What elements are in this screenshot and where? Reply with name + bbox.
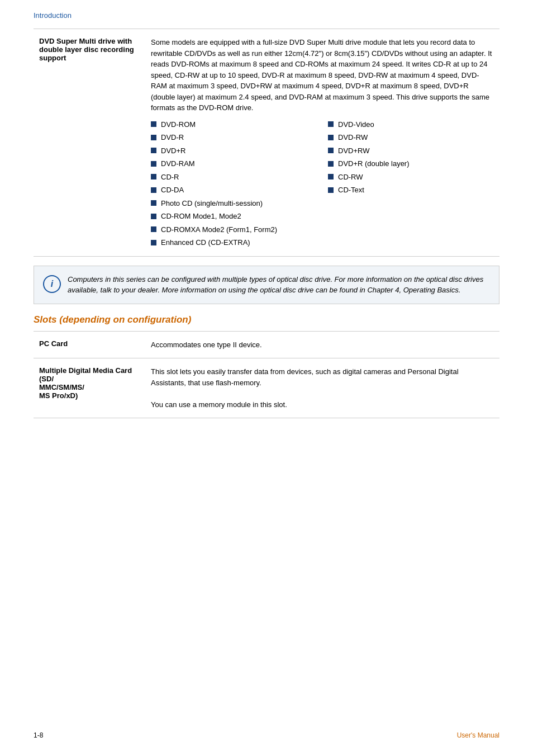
pc-card-description: Accommodates one type II device. bbox=[145, 331, 499, 358]
format-label: DVD+R bbox=[161, 145, 185, 157]
bullet-icon bbox=[151, 121, 156, 127]
list-item: DVD-Video bbox=[328, 119, 494, 130]
list-item: DVD-RAM bbox=[151, 158, 317, 169]
bullet-icon bbox=[328, 121, 334, 127]
format-label: CD-R bbox=[161, 172, 179, 183]
breadcrumb: Introduction bbox=[34, 11, 499, 20]
media-card-desc-text2: You can use a memory module in this slot… bbox=[151, 400, 287, 409]
pc-card-label: PC Card bbox=[39, 339, 68, 348]
media-card-term: Multiple Digital Media Card (SD/MMC/SM/M… bbox=[34, 358, 145, 418]
list-item: CD-DA bbox=[151, 185, 317, 196]
bullet-icon bbox=[151, 240, 156, 245]
list-item: DVD+R (double layer) bbox=[328, 158, 494, 169]
dvd-term: DVD Super Multi drive with double layer … bbox=[34, 29, 145, 257]
format-list: DVD-ROM DVD-Video DVD-R DVD-RW DVD+R DVD… bbox=[151, 119, 494, 248]
pc-card-row: PC Card Accommodates one type II device. bbox=[34, 331, 499, 358]
bullet-icon bbox=[328, 148, 334, 153]
format-label: CD-RW bbox=[338, 172, 363, 183]
list-item: Enhanced CD (CD-EXTRA) bbox=[151, 237, 494, 248]
media-card-row: Multiple Digital Media Card (SD/MMC/SM/M… bbox=[34, 358, 499, 418]
format-label: CD-ROM Mode1, Mode2 bbox=[161, 211, 241, 222]
bullet-icon bbox=[151, 135, 156, 140]
bullet-icon bbox=[151, 214, 156, 219]
list-item: DVD-ROM bbox=[151, 119, 317, 130]
format-label: DVD-ROM bbox=[161, 119, 196, 130]
format-label: DVD-R bbox=[161, 132, 184, 143]
list-item: Photo CD (single/multi-session) bbox=[151, 198, 494, 209]
list-item: CD-ROM Mode1, Mode2 bbox=[151, 211, 494, 222]
format-label: Enhanced CD (CD-EXTRA) bbox=[161, 237, 250, 248]
note-text: Computers in this series can be configur… bbox=[68, 274, 490, 296]
bullet-icon bbox=[151, 148, 156, 153]
format-label: DVD+R (double layer) bbox=[338, 158, 410, 169]
bullet-icon bbox=[151, 226, 156, 232]
format-label: DVD-Video bbox=[338, 119, 374, 130]
dvd-description: Some models are equipped with a full-siz… bbox=[151, 38, 492, 112]
bullet-icon bbox=[151, 200, 156, 206]
format-label: CD-Text bbox=[338, 185, 364, 196]
page-footer: 1-8 User's Manual bbox=[34, 731, 499, 739]
bullet-icon bbox=[328, 174, 334, 179]
bullet-icon bbox=[328, 187, 334, 193]
page: Introduction DVD Super Multi drive with … bbox=[0, 0, 533, 756]
bullet-icon bbox=[151, 161, 156, 167]
dvd-section-table: DVD Super Multi drive with double layer … bbox=[34, 29, 499, 257]
bullet-icon bbox=[328, 135, 334, 140]
list-item: CD-Text bbox=[328, 185, 494, 196]
slots-section-heading: Slots (depending on configuration) bbox=[34, 314, 499, 325]
list-item: DVD+RW bbox=[328, 145, 494, 157]
format-label: DVD-RAM bbox=[161, 158, 195, 169]
media-card-label: Multiple Digital Media Card (SD/MMC/SM/M… bbox=[39, 366, 132, 400]
info-icon-label: i bbox=[51, 279, 53, 289]
list-item: DVD-R bbox=[151, 132, 317, 143]
bullet-icon bbox=[151, 174, 156, 179]
list-item: DVD+R bbox=[151, 145, 317, 157]
list-item: CD-RW bbox=[328, 172, 494, 183]
list-item: CD-ROMXA Mode2 (Form1, Form2) bbox=[151, 224, 494, 235]
pc-card-desc-text: Accommodates one type II device. bbox=[151, 341, 262, 349]
list-item: DVD-RW bbox=[328, 132, 494, 143]
footer-title: User's Manual bbox=[457, 731, 499, 739]
format-label: DVD+RW bbox=[338, 145, 369, 157]
dvd-content: Some models are equipped with a full-siz… bbox=[145, 29, 499, 257]
media-card-desc-text: This slot lets you easily transfer data … bbox=[151, 367, 459, 387]
media-card-description: This slot lets you easily transfer data … bbox=[145, 358, 499, 418]
footer-page-number: 1-8 bbox=[34, 731, 43, 739]
format-label: CD-DA bbox=[161, 185, 184, 196]
info-icon: i bbox=[43, 275, 61, 293]
bullet-icon bbox=[151, 187, 156, 193]
pc-card-term: PC Card bbox=[34, 331, 145, 358]
note-box: i Computers in this series can be config… bbox=[34, 266, 499, 304]
slots-section-table: PC Card Accommodates one type II device.… bbox=[34, 331, 499, 419]
format-label: DVD-RW bbox=[338, 132, 368, 143]
format-label: CD-ROMXA Mode2 (Form1, Form2) bbox=[161, 224, 277, 235]
dvd-row: DVD Super Multi drive with double layer … bbox=[34, 29, 499, 257]
format-label: Photo CD (single/multi-session) bbox=[161, 198, 263, 209]
list-item: CD-R bbox=[151, 172, 317, 183]
bullet-icon bbox=[328, 161, 334, 167]
